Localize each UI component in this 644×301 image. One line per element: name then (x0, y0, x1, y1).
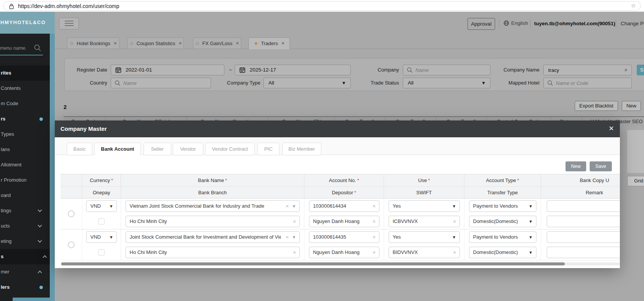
bank-branch-value: Ho Chi Minh City (130, 247, 167, 258)
use-select[interactable]: Yes▼ (389, 200, 460, 212)
tab-coupon-statistics[interactable]: ☆Coupon Statistics× (127, 37, 184, 49)
bank-new-button[interactable]: New (566, 161, 586, 171)
star-outline-icon[interactable]: ☆ (70, 41, 74, 46)
sidebar-item-ucts[interactable]: ucts (0, 218, 50, 234)
sidebar-search-input[interactable] (0, 46, 34, 51)
star-outline-icon[interactable]: ☆ (195, 41, 200, 46)
close-tab-icon[interactable]: × (236, 40, 239, 46)
clear-icon[interactable]: × (293, 216, 296, 226)
sidebar-item-s[interactable]: s (0, 249, 55, 264)
close-tab-icon[interactable]: × (179, 40, 182, 46)
sidebar-item-rites[interactable]: rites (0, 65, 55, 81)
modal-tab-seller[interactable]: Seller (144, 143, 171, 155)
clear-icon[interactable]: × (286, 201, 289, 211)
account-no-input[interactable]: 103000614435× (309, 231, 379, 243)
star-filled-icon[interactable]: ★ (254, 41, 258, 46)
url-input[interactable]: https://dev-adm.ohmyhotel.com/user/comp … (3, 1, 641, 11)
tab-traders[interactable]: ★Traders× (248, 37, 290, 49)
modal-tab-vendor[interactable]: Vendor (173, 143, 203, 155)
sidebar-item-lans[interactable]: lans (0, 142, 50, 157)
clear-icon[interactable]: × (624, 65, 628, 75)
modal-tab-biz-member[interactable]: Biz Member (282, 143, 321, 155)
grid-column-header: Use* (384, 174, 464, 186)
row-radio-button[interactable] (68, 241, 75, 248)
sidebar-item-oard[interactable]: oard (0, 188, 50, 203)
currency-select[interactable]: VND▼ (86, 200, 117, 212)
remark-input[interactable] (547, 216, 620, 227)
clear-icon[interactable]: × (373, 247, 376, 257)
new-company-button[interactable]: New (622, 101, 641, 111)
register-date-from-input[interactable]: 2022-01-01 (111, 65, 224, 75)
search-button[interactable]: S (637, 65, 644, 75)
sidebar-item-r-promotion[interactable]: r Promotion (0, 172, 50, 188)
currency-select[interactable]: VND▼ (86, 231, 117, 243)
export-blacklist-button[interactable]: Export Blacklist (575, 101, 618, 111)
transfer-type-select[interactable]: Domestic(Domestic)▼ (469, 247, 536, 258)
clear-icon[interactable]: × (453, 247, 456, 257)
remark-input[interactable] (547, 247, 620, 258)
scrollbar-thumb[interactable] (61, 262, 565, 265)
clear-icon[interactable]: × (293, 247, 296, 257)
grid-settings-button[interactable]: Grid S (627, 176, 644, 186)
bookmark-star-icon[interactable]: ☆ (631, 2, 636, 9)
row-radio-button[interactable] (68, 210, 75, 217)
clear-icon[interactable]: × (453, 216, 456, 226)
close-icon[interactable]: × (609, 120, 614, 137)
clear-icon[interactable]: × (373, 232, 376, 242)
swift-input[interactable]: ICBVVNVX× (389, 216, 460, 227)
country-search-input[interactable] (111, 78, 211, 88)
onepay-checkbox[interactable] (98, 218, 105, 225)
sidebar-item-lers[interactable]: lers (0, 280, 50, 295)
close-tab-icon[interactable]: × (281, 40, 284, 46)
clear-icon[interactable]: × (373, 216, 376, 226)
sidebar-item-allotment[interactable]: Allotment (0, 157, 50, 172)
approval-button[interactable]: Approval (467, 18, 495, 30)
depositor-input[interactable]: Nguyen Danh Hoang× (309, 247, 379, 258)
close-tab-icon[interactable]: × (114, 40, 117, 46)
sidebar-scroll-strip[interactable] (50, 34, 55, 301)
company-name-input[interactable] (544, 65, 631, 75)
modal-tab-vendor-contract[interactable]: Vendor Contract (205, 143, 255, 155)
clear-icon[interactable]: × (286, 232, 289, 242)
language-selector[interactable]: English (503, 20, 528, 26)
transfer-type-select[interactable]: Domestic(Domestic)▼ (469, 216, 536, 227)
bank-name-combobox[interactable]: Joint Stock Commercial Bank for Investme… (126, 231, 300, 243)
modal-tab-pic[interactable]: PIC (257, 143, 280, 155)
bank-save-button[interactable]: Save (590, 161, 612, 171)
onepay-checkbox[interactable] (98, 249, 105, 255)
modal-tab-bank-account[interactable]: Bank Account (94, 143, 141, 155)
sidebar-item-contents[interactable]: Contents (0, 81, 50, 96)
sidebar-item-types[interactable]: Types (0, 127, 50, 142)
sidebar-item-m-code[interactable]: m Code (0, 96, 50, 111)
hamburger-menu-button[interactable] (59, 18, 79, 29)
bank-branch-input[interactable]: Ho Chi Minh City× (126, 247, 300, 258)
sidebar-search-icon[interactable] (34, 44, 41, 53)
sidebar-item-rs[interactable]: rs (0, 111, 50, 127)
bank-copy-input[interactable] (547, 200, 620, 212)
company-type-select[interactable]: All ▼ (263, 78, 351, 88)
account-no-input[interactable]: 103000614434× (309, 200, 379, 212)
calendar-icon[interactable] (115, 67, 121, 75)
use-select[interactable]: Yes▼ (389, 231, 460, 243)
user-account-label[interactable]: tuyen.tb@ohmyhotel.com(90051) (534, 21, 615, 26)
calendar-icon[interactable] (239, 67, 245, 75)
horizontal-scrollbar[interactable] (60, 262, 620, 265)
account-type-select[interactable]: Payment to Vendors▼ (469, 200, 536, 212)
bank-branch-input[interactable]: Ho Chi Minh City× (126, 216, 300, 227)
mapped-hotel-input[interactable] (544, 78, 631, 88)
modal-tab-basic[interactable]: Basic (67, 143, 92, 155)
sidebar-item-tings[interactable]: tings (0, 203, 50, 218)
tab-fx-gain-loss[interactable]: ☆FX Gain/Loss× (193, 37, 241, 49)
trade-status-select[interactable]: All ▼ (403, 78, 490, 88)
sidebar-item-mer[interactable]: mer (0, 264, 50, 280)
swift-input[interactable]: BIDVVNVX× (389, 247, 460, 258)
depositor-input[interactable]: Nguyen Danh Hoang× (309, 216, 379, 227)
bank-name-combobox[interactable]: Vietnam Joint Stock Commercial Bank for … (126, 200, 300, 212)
change-password-link[interactable]: Change Pa (621, 21, 644, 26)
bank-copy-input[interactable] (547, 231, 620, 243)
account-type-select[interactable]: Payment to Vendors▼ (469, 231, 536, 243)
star-outline-icon[interactable]: ☆ (129, 41, 134, 46)
sidebar-item-eting[interactable]: eting (0, 234, 50, 249)
tab-hotel-bookings[interactable]: ☆Hotel Bookings× (67, 37, 119, 49)
clear-icon[interactable]: × (373, 201, 376, 211)
